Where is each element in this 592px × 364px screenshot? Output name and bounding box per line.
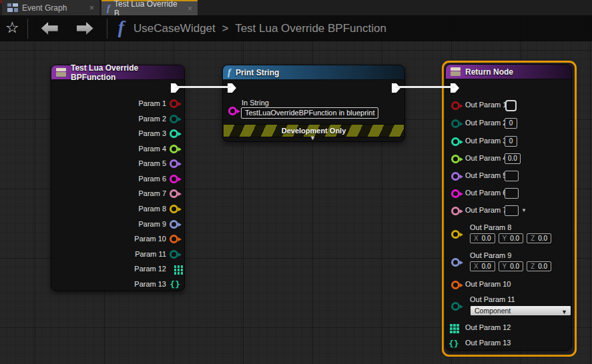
vector-axis-input[interactable]: X0.0 <box>470 233 495 243</box>
pin-row: Param 6 <box>51 173 184 185</box>
in-string-pin[interactable] <box>228 107 237 115</box>
data-pin[interactable] <box>451 155 460 163</box>
data-pin[interactable] <box>451 119 460 128</box>
pin-label: Out Param 4 <box>465 154 507 162</box>
pin-row: Param 11 <box>51 249 184 261</box>
pin-row: Param 3 <box>51 128 184 140</box>
breadcrumb-current: Test Lua Override BPFunction <box>235 22 386 35</box>
node-return[interactable]: Return Node Out Param 1Out Param 20Out P… <box>445 64 572 351</box>
vector-axis-input[interactable]: Y0.0 <box>499 261 524 271</box>
data-pin[interactable] <box>451 101 460 110</box>
node-header[interactable]: f Print String <box>223 65 404 80</box>
data-pin[interactable] <box>451 172 460 181</box>
axis-value: 0.0 <box>482 234 491 243</box>
function-icon: f <box>118 17 124 38</box>
pin-row: Param 9 <box>51 219 184 231</box>
axis-value: 0.0 <box>538 234 547 243</box>
data-pin[interactable] <box>170 159 178 168</box>
dropdown-arrow-icon[interactable]: ▼ <box>521 207 527 213</box>
pin-label: Param 2 <box>138 115 166 123</box>
tab-event-graph[interactable]: Event Graph × <box>2 0 99 15</box>
exec-input-pin[interactable] <box>228 83 236 93</box>
data-pin[interactable] <box>451 137 460 146</box>
data-pin[interactable] <box>451 230 460 239</box>
pin-label: Out Param 1 <box>465 101 507 109</box>
node-print-string[interactable]: f Print String In String TestLuaOverride… <box>222 65 405 142</box>
tab-test-lua-override[interactable]: f Test Lua Override B × <box>101 0 198 15</box>
pin-label: Out Param 8 <box>470 223 511 231</box>
checkbox[interactable] <box>505 100 517 111</box>
data-pin[interactable] <box>451 302 460 311</box>
divider <box>107 19 107 39</box>
data-pin[interactable] <box>170 145 178 153</box>
close-icon[interactable]: × <box>89 4 94 12</box>
value-input[interactable]: 0.0 <box>505 153 521 164</box>
pin-label: Param 8 <box>138 205 166 213</box>
text-input[interactable] <box>505 171 519 181</box>
dropdown-value: Component <box>475 307 511 315</box>
pin-row: Param 5 <box>51 158 184 170</box>
set-pin-icon[interactable]: {} <box>170 280 180 289</box>
exec-wire[interactable] <box>175 86 232 88</box>
data-pin[interactable] <box>451 258 460 267</box>
axis-value: 0.0 <box>510 234 519 243</box>
text-input[interactable] <box>505 205 519 216</box>
exec-input-pin[interactable] <box>451 83 459 93</box>
back-arrow-icon[interactable] <box>41 22 58 35</box>
pin-label: Param 6 <box>138 175 166 183</box>
exec-output-pin[interactable] <box>171 83 180 93</box>
vector-axis-input[interactable]: Y0.0 <box>499 233 524 243</box>
pin-row: Param 8 <box>51 203 184 215</box>
component-dropdown[interactable]: Component▼ <box>470 305 571 316</box>
data-pin[interactable] <box>170 175 178 183</box>
data-pin[interactable] <box>451 281 460 289</box>
set-pin-icon[interactable]: {} <box>449 339 459 348</box>
pin-label: Param 9 <box>138 220 166 228</box>
pin-label: Out Param 7 <box>465 206 507 214</box>
node-title: Return Node <box>465 67 513 77</box>
data-pin[interactable] <box>170 220 178 229</box>
data-pin[interactable] <box>170 189 178 198</box>
axis-value: 0.0 <box>510 262 519 271</box>
node-test-lua-override-bpfunction[interactable]: Test Lua Override BPFunction Param 1Para… <box>51 65 185 291</box>
value-input[interactable]: 0 <box>505 118 517 129</box>
in-string-input[interactable]: TestLuaOverrideBPFunction in blueprint <box>241 107 378 119</box>
axis-label: Z <box>531 234 535 243</box>
vector-axis-input[interactable]: X0.0 <box>470 261 495 271</box>
divider <box>27 19 28 39</box>
pin-label: Param 1 <box>138 99 166 107</box>
array-pin-icon[interactable] <box>174 265 177 268</box>
favorite-star-icon[interactable]: ☆ <box>5 19 19 37</box>
pin-row: Param 13{} <box>51 279 184 291</box>
pin-label: Param 5 <box>138 159 166 167</box>
text-input[interactable] <box>505 188 519 199</box>
pin-label: Param 4 <box>138 145 166 153</box>
data-pin[interactable] <box>451 189 460 198</box>
function-icon: f <box>228 67 231 78</box>
data-pin[interactable] <box>170 115 178 123</box>
close-icon[interactable]: × <box>188 5 192 13</box>
exec-wire[interactable] <box>395 86 455 88</box>
data-pin[interactable] <box>170 205 178 213</box>
data-pin[interactable] <box>170 99 178 108</box>
breadcrumb-root[interactable]: UseCaseWidget <box>133 22 216 35</box>
vector-axis-input[interactable]: Z0.0 <box>527 261 551 271</box>
forward-arrow-icon[interactable] <box>77 22 93 35</box>
node-header[interactable]: Return Node <box>446 65 571 79</box>
array-pin-icon[interactable] <box>450 324 453 327</box>
data-pin[interactable] <box>170 129 178 138</box>
data-pin[interactable] <box>170 250 178 259</box>
value-input[interactable]: 0 <box>505 136 517 147</box>
graph-toolbar: ☆ f UseCaseWidget > Test Lua Override BP… <box>0 15 592 41</box>
vector-axis-input[interactable]: Z0.0 <box>527 233 551 243</box>
expand-node-icon[interactable]: ▼ <box>310 135 316 141</box>
data-pin[interactable] <box>451 207 460 215</box>
node-header[interactable]: Test Lua Override BPFunction <box>51 65 184 80</box>
function-icon: f <box>107 3 110 14</box>
blueprint-editor: Event Graph × f Test Lua Override B × ☆ … <box>0 0 592 364</box>
exec-output-pin[interactable] <box>392 83 400 93</box>
data-pin[interactable] <box>170 235 178 243</box>
function-node-icon <box>451 67 461 76</box>
pin-label: Param 13 <box>134 280 166 288</box>
dropdown-arrow-icon: ▼ <box>561 307 567 317</box>
